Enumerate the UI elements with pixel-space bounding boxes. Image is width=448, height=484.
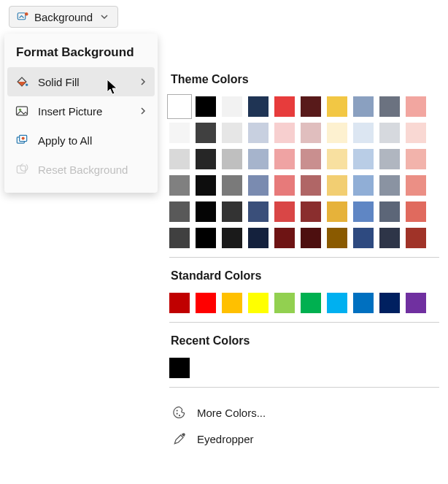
color-swatch[interactable]: [327, 123, 347, 143]
color-swatch[interactable]: [301, 293, 321, 313]
color-swatch[interactable]: [248, 293, 269, 313]
standard-colors-row: [169, 293, 439, 313]
background-icon: [15, 9, 30, 24]
color-swatch[interactable]: [274, 228, 295, 248]
color-swatch[interactable]: [196, 123, 216, 143]
eyedropper-label: Eyedropper: [197, 433, 254, 445]
color-swatch[interactable]: [379, 175, 400, 196]
color-swatch[interactable]: [196, 201, 216, 222]
menu-item-solid-fill[interactable]: Solid Fill: [7, 67, 155, 96]
menu-item-insert-picture[interactable]: Insert Picture: [4, 96, 158, 126]
color-swatch[interactable]: [301, 149, 321, 169]
color-swatch[interactable]: [222, 228, 242, 248]
menu-title: Format Background: [4, 37, 158, 67]
background-dropdown-label: Background: [34, 11, 93, 23]
color-swatch[interactable]: [327, 96, 347, 117]
svg-point-1: [25, 12, 28, 16]
color-swatch[interactable]: [222, 96, 242, 117]
color-swatch[interactable]: [379, 149, 400, 169]
svg-point-7: [22, 137, 25, 139]
color-swatch[interactable]: [327, 201, 347, 222]
color-swatch[interactable]: [248, 228, 269, 248]
color-swatch[interactable]: [327, 149, 347, 169]
recent-colors-row: [169, 358, 439, 378]
color-swatch[interactable]: [222, 123, 242, 143]
more-colors-label: More Colors...: [197, 407, 266, 419]
color-swatch[interactable]: [169, 228, 190, 248]
color-swatch[interactable]: [353, 175, 374, 196]
color-swatch[interactable]: [222, 201, 242, 222]
svg-point-9: [177, 410, 178, 411]
color-swatch[interactable]: [248, 149, 269, 169]
color-swatch[interactable]: [248, 201, 269, 222]
color-swatch[interactable]: [406, 201, 426, 222]
color-swatch[interactable]: [379, 123, 400, 143]
color-swatch[interactable]: [379, 96, 400, 117]
more-colors-button[interactable]: More Colors...: [169, 399, 439, 426]
solid-fill-color-panel: Theme Colors Standard Colors Recent Colo…: [169, 73, 439, 452]
palette-icon: [172, 405, 187, 420]
chevron-right-icon: [139, 76, 147, 88]
background-dropdown-button[interactable]: Background: [9, 6, 118, 28]
color-swatch[interactable]: [274, 175, 295, 196]
color-swatch[interactable]: [301, 96, 321, 117]
color-swatch[interactable]: [274, 293, 295, 313]
color-swatch[interactable]: [353, 201, 374, 222]
color-swatch[interactable]: [169, 358, 190, 378]
color-swatch[interactable]: [169, 149, 190, 169]
color-swatch[interactable]: [327, 175, 347, 196]
color-swatch[interactable]: [353, 293, 374, 313]
color-swatch[interactable]: [353, 96, 374, 117]
color-swatch[interactable]: [222, 293, 242, 313]
color-swatch[interactable]: [248, 96, 269, 117]
color-swatch[interactable]: [222, 175, 242, 196]
menu-item-apply-to-all[interactable]: Apply to All: [4, 126, 158, 155]
menu-item-label: Apply to All: [38, 134, 92, 147]
eyedropper-button[interactable]: Eyedropper: [169, 426, 439, 452]
color-swatch[interactable]: [379, 293, 400, 313]
color-swatch[interactable]: [406, 96, 426, 117]
color-swatch[interactable]: [196, 175, 216, 196]
color-swatch[interactable]: [196, 228, 216, 248]
color-swatch[interactable]: [301, 123, 321, 143]
color-swatch[interactable]: [379, 228, 400, 248]
format-background-menu: Format Background Solid Fill Insert Pict…: [4, 34, 158, 193]
color-swatch[interactable]: [353, 149, 374, 169]
color-swatch[interactable]: [353, 228, 374, 248]
color-swatch[interactable]: [301, 175, 321, 196]
color-swatch[interactable]: [406, 149, 426, 169]
color-swatch[interactable]: [169, 201, 190, 222]
svg-point-10: [177, 413, 178, 415]
color-swatch[interactable]: [196, 293, 216, 313]
reset-icon: [15, 162, 29, 177]
color-swatch[interactable]: [406, 123, 426, 143]
color-swatch[interactable]: [274, 149, 295, 169]
divider: [169, 387, 439, 388]
color-swatch[interactable]: [301, 201, 321, 222]
color-swatch[interactable]: [248, 175, 269, 196]
color-swatch[interactable]: [353, 123, 374, 143]
color-swatch[interactable]: [196, 149, 216, 169]
color-swatch[interactable]: [274, 201, 295, 222]
divider: [169, 257, 439, 258]
color-swatch[interactable]: [406, 228, 426, 248]
color-swatch[interactable]: [169, 293, 190, 313]
color-swatch[interactable]: [327, 228, 347, 248]
color-swatch[interactable]: [274, 96, 295, 117]
svg-point-11: [179, 415, 180, 416]
color-swatch[interactable]: [196, 96, 216, 117]
color-swatch[interactable]: [222, 149, 242, 169]
color-swatch[interactable]: [327, 293, 347, 313]
color-swatch[interactable]: [379, 201, 400, 222]
color-swatch[interactable]: [169, 123, 190, 143]
color-swatch[interactable]: [301, 228, 321, 248]
theme-colors-grid: [169, 96, 439, 248]
color-swatch[interactable]: [169, 175, 190, 196]
color-swatch[interactable]: [169, 96, 190, 117]
bucket-icon: [15, 74, 29, 89]
color-swatch[interactable]: [406, 175, 426, 196]
picture-icon: [15, 104, 29, 118]
color-swatch[interactable]: [248, 123, 269, 143]
color-swatch[interactable]: [406, 293, 426, 313]
color-swatch[interactable]: [274, 123, 295, 143]
